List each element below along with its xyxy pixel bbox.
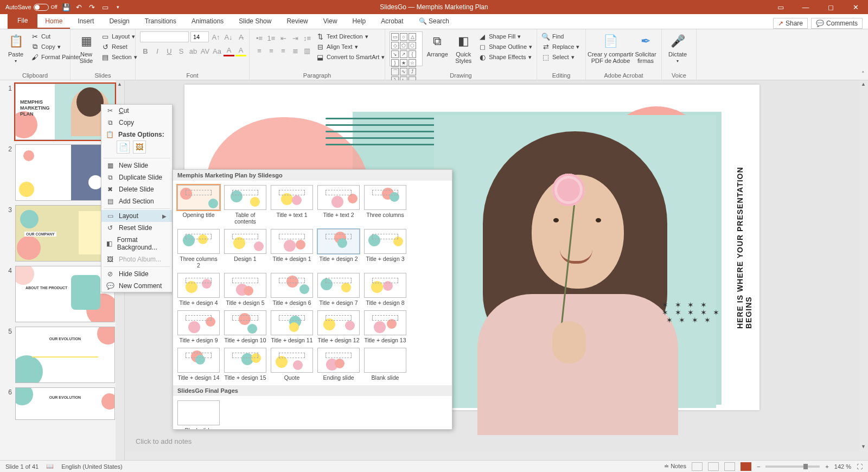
canvas-scrollbar-horizontal[interactable]: [125, 451, 859, 460]
redo-icon[interactable]: ↷: [88, 3, 97, 11]
indent-inc-icon[interactable]: ⇥: [290, 33, 301, 43]
shapes-gallery[interactable]: ▭○△◇⬠⬡ ↘↗{}★☆ ⌒∿⤴⤵L⌐: [390, 31, 423, 66]
bold-icon[interactable]: B: [140, 46, 151, 56]
layout-option[interactable]: Title + design 7: [317, 273, 360, 306]
ribbon-options-icon[interactable]: ▭: [768, 0, 793, 14]
layout-option[interactable]: Title + design 13: [364, 310, 406, 343]
text-direction-button[interactable]: ⇅Text Direction ▾: [316, 31, 385, 41]
notes-toggle[interactable]: ≐ Notes: [664, 463, 686, 470]
ctx-reset-slide[interactable]: ↺Reset Slide: [101, 222, 172, 234]
font-family-input[interactable]: [140, 31, 189, 42]
notes-placeholder[interactable]: Click to add notes: [136, 433, 857, 449]
columns-icon[interactable]: ▥: [302, 45, 312, 56]
request-sign-button[interactable]: ✒Solicitar firmas: [634, 31, 657, 65]
layout-option[interactable]: Blank slide: [177, 400, 220, 430]
increase-font-icon[interactable]: A↑: [210, 31, 221, 42]
slide-subtitle[interactable]: HERE IS WHERE YOUR PRESENTATION BEGINS: [736, 166, 753, 329]
layout-option[interactable]: Quote: [271, 348, 313, 381]
zoom-slider[interactable]: [765, 465, 820, 468]
tab-transitions[interactable]: Transitions: [137, 14, 184, 29]
ctx-cut[interactable]: ✂Cut: [101, 105, 172, 117]
find-button[interactable]: 🔍Find: [541, 31, 579, 41]
normal-view-icon[interactable]: [692, 462, 703, 471]
tell-me-search[interactable]: 🔍 Search: [411, 14, 457, 29]
layout-option[interactable]: Title + design 5: [224, 273, 266, 306]
slide-thumbnail-6[interactable]: OUR EVOLUTION: [15, 387, 115, 420]
shape-outline-button[interactable]: ◻Shape Outline ▾: [478, 42, 532, 52]
slideshow-view-icon[interactable]: [741, 462, 751, 471]
share-button[interactable]: ↗Share: [773, 18, 808, 29]
bullets-icon[interactable]: •≡: [254, 33, 265, 43]
tab-review[interactable]: Review: [279, 14, 315, 29]
slide-thumbnail-1[interactable]: MEMPHIS MARKETING PLAN: [15, 84, 115, 140]
reading-view-icon[interactable]: [724, 462, 735, 471]
ctx-format-background[interactable]: ◧Format Background...: [101, 234, 172, 253]
layout-option[interactable]: Title + design 14: [177, 348, 220, 381]
comments-button[interactable]: 💬Comments: [811, 18, 863, 29]
underline-icon[interactable]: U: [164, 46, 175, 56]
layout-option[interactable]: Title + design 15: [224, 348, 266, 381]
paste-option-dest-theme-icon[interactable]: 📄: [117, 141, 130, 154]
decrease-font-icon[interactable]: A↓: [223, 31, 234, 42]
layout-option[interactable]: Title + design 12: [317, 310, 360, 343]
layout-option[interactable]: Title + design 9: [177, 310, 220, 343]
layout-option[interactable]: Three columns 2: [177, 229, 220, 269]
spellcheck-icon[interactable]: 📖: [46, 463, 54, 470]
maximize-icon[interactable]: ◻: [818, 0, 843, 14]
layout-button[interactable]: ▭Layout ▾: [101, 31, 137, 41]
font-size-input[interactable]: [190, 31, 209, 42]
layout-option[interactable]: Design 1: [224, 229, 266, 269]
align-left-icon[interactable]: ≡: [254, 45, 265, 56]
align-center-icon[interactable]: ≡: [266, 45, 277, 56]
tab-acrobat[interactable]: Acrobat: [373, 14, 411, 29]
section-button[interactable]: ▤Section ▾: [101, 52, 137, 62]
layout-option[interactable]: Three columns: [364, 185, 406, 225]
layout-option[interactable]: Title + design 11: [271, 310, 313, 343]
autosave-toggle[interactable]: AutoSave Off: [5, 4, 58, 11]
paste-button[interactable]: 📋Paste▾: [4, 31, 27, 65]
paste-option-picture-icon[interactable]: 🖼: [133, 141, 146, 154]
shape-effects-button[interactable]: ◐Shape Effects ▾: [478, 52, 532, 62]
tab-view[interactable]: View: [316, 14, 345, 29]
line-spacing-icon[interactable]: ↕≡: [302, 33, 312, 43]
shape-fill-button[interactable]: ◢Shape Fill ▾: [478, 31, 532, 41]
close-icon[interactable]: ✕: [843, 0, 868, 14]
slide-thumbnail-2[interactable]: [15, 144, 115, 201]
dictate-button[interactable]: 🎤Dictate▾: [666, 31, 689, 65]
new-slide-button[interactable]: ▦New Slide: [75, 31, 98, 65]
quick-styles-button[interactable]: ◧Quick Styles: [452, 31, 475, 65]
ctx-new-comment[interactable]: 💬New Comment: [101, 280, 172, 292]
layout-option[interactable]: Title + design 1: [271, 229, 313, 269]
zoom-in-icon[interactable]: +: [825, 463, 828, 470]
indent-dec-icon[interactable]: ⇤: [278, 33, 289, 43]
tab-insert[interactable]: Insert: [70, 14, 101, 29]
change-case-icon[interactable]: Aa: [212, 46, 222, 56]
select-button[interactable]: ⬚Select ▾: [541, 52, 579, 62]
reset-button[interactable]: ↺Reset: [101, 42, 137, 52]
layout-option[interactable]: Title + text 2: [317, 185, 360, 225]
status-language[interactable]: English (United States): [61, 463, 123, 470]
canvas-scrollbar-vertical[interactable]: [859, 80, 868, 460]
strike-icon[interactable]: S: [176, 46, 187, 56]
layout-option[interactable]: Opening title: [177, 185, 220, 225]
ctx-add-section[interactable]: ▤Add Section: [101, 195, 172, 207]
highlight-icon[interactable]: A: [235, 46, 246, 56]
font-color-icon[interactable]: A: [224, 46, 234, 56]
replace-button[interactable]: ⇄Replace ▾: [541, 42, 579, 52]
layout-option[interactable]: Title + design 3: [364, 229, 406, 269]
tab-animations[interactable]: Animations: [184, 14, 231, 29]
ctx-new-slide[interactable]: ▦New Slide: [101, 160, 172, 171]
tab-help[interactable]: Help: [345, 14, 374, 29]
present-icon[interactable]: ▭: [101, 3, 110, 11]
ctx-delete-slide[interactable]: ✖Delete Slide: [101, 183, 172, 195]
justify-icon[interactable]: ≣: [290, 45, 301, 56]
create-pdf-button[interactable]: 📄Crear y compartir PDF de Adobe: [590, 31, 631, 65]
layout-option[interactable]: Blank slide: [364, 348, 406, 381]
layout-option[interactable]: Title + design 6: [271, 273, 313, 306]
zoom-out-icon[interactable]: −: [757, 463, 760, 470]
shadow-icon[interactable]: ab: [188, 46, 199, 56]
fit-to-window-icon[interactable]: ⛶: [857, 463, 863, 470]
ctx-layout[interactable]: ▭Layout▶: [101, 210, 172, 222]
undo-icon[interactable]: ↶: [75, 3, 84, 11]
tab-slideshow[interactable]: Slide Show: [231, 14, 279, 29]
